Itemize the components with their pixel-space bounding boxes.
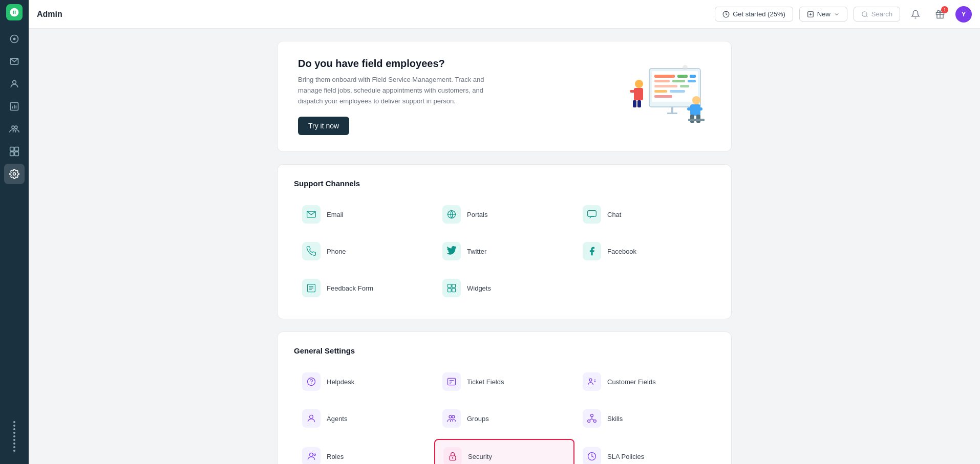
sla-policies-label: SLA Policies [607,453,644,460]
promo-illustration [619,63,711,130]
customer-fields-item[interactable]: Customer Fields [574,365,715,398]
svg-point-75 [591,414,593,417]
sidebar-item-teams[interactable] [4,119,25,139]
new-button[interactable]: New [799,7,847,21]
svg-point-50 [683,65,688,70]
portals-label: Portals [467,211,487,218]
svg-point-81 [310,453,313,457]
try-now-button[interactable]: Try it now [298,117,349,135]
email-icon [302,205,321,224]
svg-point-8 [12,126,14,128]
general-settings-section: General Settings Helpdesk Ti [277,332,732,464]
sidebar-item-contacts[interactable] [4,74,25,94]
svg-rect-26 [677,75,688,78]
svg-rect-60 [452,284,456,288]
main-area: Admin Get started (25%) New Search 1 Y [29,0,980,464]
svg-point-14 [13,173,16,175]
promo-banner: Do you have field employees? Bring them … [277,41,732,152]
sidebar-item-reports[interactable] [4,96,25,117]
roles-item[interactable]: Roles [294,439,434,464]
twitter-item[interactable]: Twitter [434,235,574,268]
svg-line-80 [592,419,594,421]
svg-rect-40 [687,107,693,111]
chat-icon [583,205,601,224]
security-label: Security [468,453,492,460]
get-started-button[interactable]: Get started (25%) [715,7,793,21]
svg-rect-31 [654,85,677,87]
widgets-icon [442,279,461,297]
svg-rect-62 [452,289,456,292]
groups-label: Groups [467,415,489,423]
facebook-item[interactable]: Facebook [574,235,715,268]
svg-rect-25 [654,75,675,78]
svg-rect-46 [634,88,643,100]
svg-point-74 [452,416,455,418]
chat-label: Chat [607,211,621,218]
promo-description: Bring them onboard with Field Service Ma… [298,75,493,106]
svg-point-38 [692,96,700,104]
svg-rect-49 [637,100,641,107]
feedback-form-item[interactable]: Feedback Form [294,272,434,304]
sidebar-item-inbox[interactable] [4,51,25,72]
svg-rect-41 [696,107,702,111]
svg-point-64 [311,384,312,384]
search-button[interactable]: Search [854,7,900,21]
groups-item[interactable]: Groups [434,402,574,435]
topbar: Admin Get started (25%) New Search 1 Y [29,0,980,29]
support-channels-section: Support Channels Email Porta [277,164,732,319]
helpdesk-label: Helpdesk [327,378,354,386]
empty-channel-item [574,272,715,304]
chat-item[interactable]: Chat [574,198,715,231]
email-item[interactable]: Email [294,198,434,231]
svg-rect-30 [688,80,696,82]
svg-rect-61 [448,289,452,292]
customer-fields-icon [583,372,601,391]
ticket-fields-item[interactable]: Ticket Fields [434,365,574,398]
sidebar-item-home[interactable] [4,29,25,49]
svg-point-84 [452,457,454,459]
skills-item[interactable]: Skills [574,402,715,435]
svg-line-79 [590,419,592,421]
phone-item[interactable]: Phone [294,235,434,268]
svg-rect-54 [588,211,596,217]
roles-icon [302,447,321,464]
twitter-icon [442,242,461,260]
security-item[interactable]: Security [434,439,574,464]
svg-point-45 [635,80,643,88]
widgets-item[interactable]: Widgets [434,272,574,304]
portals-item[interactable]: Portals [434,198,574,231]
gifts-button[interactable]: 1 [931,5,949,24]
helpdesk-item[interactable]: Helpdesk [294,365,434,398]
sidebar-item-stats[interactable] [4,141,25,162]
app-grid-icon[interactable] [9,417,19,456]
agents-item[interactable]: Agents [294,402,434,435]
page-title: Admin [37,10,370,19]
svg-rect-12 [10,152,14,156]
notifications-button[interactable] [906,5,925,24]
sidebar [0,0,29,464]
svg-rect-28 [654,80,670,82]
content-area: Do you have field employees? Bring them … [29,29,980,464]
svg-point-72 [310,415,313,419]
avatar[interactable]: Y [955,6,972,23]
groups-icon [442,409,461,428]
svg-point-9 [15,126,17,128]
svg-point-73 [449,416,452,418]
svg-rect-48 [633,100,636,107]
svg-point-69 [589,379,592,382]
support-channels-title: Support Channels [294,179,715,188]
svg-rect-37 [667,113,677,114]
facebook-icon [583,242,601,260]
phone-icon [302,242,321,260]
app-logo[interactable] [6,4,23,20]
svg-rect-47 [630,90,636,93]
skills-icon [583,409,601,428]
sla-policies-item[interactable]: SLA Policies [574,439,715,464]
svg-point-1 [13,38,16,40]
sidebar-item-settings[interactable] [4,164,25,184]
promo-content: Do you have field employees? Bring them … [298,58,493,135]
roles-label: Roles [327,453,344,460]
svg-rect-32 [680,85,689,87]
ticket-fields-icon [442,372,461,391]
security-icon [443,447,462,464]
